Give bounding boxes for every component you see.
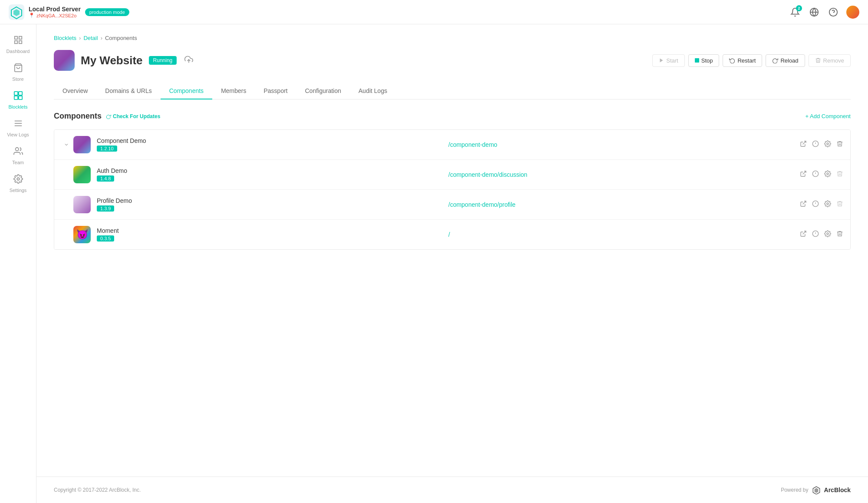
delete-icon[interactable] [836,230,843,239]
component-icon [73,136,91,153]
version-badge: 1.4.8 [97,175,114,182]
sidebar: Dashboard Store Blocklets View Logs Team… [0,24,36,503]
component-path[interactable]: /component-demo/discussion [448,171,800,178]
sidebar-viewlogs-label: View Logs [7,132,29,137]
tab-configuration[interactable]: Configuration [296,83,350,99]
breadcrumb-sep-1: › [79,35,81,41]
component-path[interactable]: /component-demo [448,141,800,148]
svg-line-29 [803,171,806,174]
header-right: 2 [789,6,859,19]
store-icon [13,63,23,75]
version-badge: 0.3.5 [97,235,114,242]
svg-rect-11 [19,40,21,43]
external-link-icon[interactable] [800,230,807,239]
info-icon[interactable] [812,140,819,149]
info-icon[interactable] [812,170,819,179]
blocklets-icon [13,91,23,103]
sidebar-store-label: Store [12,76,23,82]
component-list: Component Demo 1.2.10 /component-demo [54,129,851,250]
component-path[interactable]: / [448,231,800,238]
sidebar-item-team[interactable]: Team [3,142,33,169]
header-title: Local Prod Server 📍 zNKqGA...X2SE2o [29,6,81,18]
sidebar-item-viewlogs[interactable]: View Logs [3,115,33,141]
component-actions [800,200,843,209]
add-component-button[interactable]: + Add Component [806,113,851,119]
info-icon[interactable] [812,200,819,209]
table-row: 😈 Moment 0.3.5 / [54,220,850,249]
footer-right: Powered by ArcBlock [781,486,851,494]
svg-point-21 [17,178,20,180]
component-icon: 😈 [73,226,91,243]
tab-overview[interactable]: Overview [54,83,96,99]
external-link-icon[interactable] [800,200,807,209]
svg-rect-13 [14,91,17,95]
svg-rect-9 [19,36,21,39]
notifications-icon[interactable]: 2 [789,6,801,18]
settings-icon [13,174,23,186]
svg-rect-16 [18,96,22,99]
tab-audit-logs[interactable]: Audit Logs [350,83,396,99]
component-name: Component Demo [97,137,448,144]
section-title: Components Check For Updates [54,112,160,121]
globe-icon[interactable] [808,6,820,18]
sidebar-item-dashboard[interactable]: Dashboard [3,31,33,57]
settings-gear-icon[interactable] [824,230,831,239]
start-button[interactable]: Start [652,54,684,67]
delete-icon[interactable] [836,140,843,149]
svg-rect-15 [14,96,17,99]
component-name: Profile Demo [97,197,448,204]
external-link-icon[interactable] [800,170,807,179]
svg-point-33 [827,173,829,175]
team-icon [13,146,23,158]
component-name: Moment [97,227,448,234]
page-actions: Start Stop Restart Reload Remove [652,54,851,67]
stop-button[interactable]: Stop [688,54,720,67]
production-badge: production mode [85,8,129,16]
expand-icon[interactable] [61,142,72,147]
check-updates-link[interactable]: Check For Updates [106,113,160,119]
tab-components[interactable]: Components [161,83,212,99]
settings-gear-icon[interactable] [824,140,831,149]
component-info: Component Demo 1.2.10 [97,137,448,152]
upload-icon[interactable] [184,55,193,66]
restart-button[interactable]: Restart [723,54,762,67]
breadcrumb-blocklets[interactable]: Blocklets [54,35,76,41]
sidebar-item-settings[interactable]: Settings [3,170,33,196]
breadcrumb-detail[interactable]: Detail [83,35,98,41]
settings-gear-icon[interactable] [824,170,831,179]
header-left: Local Prod Server 📍 zNKqGA...X2SE2o prod… [9,4,129,20]
component-info: Profile Demo 1.3.9 [97,197,448,212]
remove-button[interactable]: Remove [809,54,851,67]
sidebar-item-blocklets[interactable]: Blocklets [3,87,33,113]
reload-button[interactable]: Reload [766,54,805,67]
external-link-icon[interactable] [800,140,807,149]
running-status-badge: Running [149,56,177,65]
sidebar-settings-label: Settings [10,188,27,193]
header: Local Prod Server 📍 zNKqGA...X2SE2o prod… [0,0,868,24]
footer-copyright: Copyright © 2017-2022 ArcBlock, Inc. [54,487,141,493]
svg-line-24 [803,141,806,144]
server-id: 📍 zNKqGA...X2SE2o [29,13,81,18]
sidebar-item-store[interactable]: Store [3,59,33,85]
breadcrumb-current: Components [105,35,137,41]
table-row: Component Demo 1.2.10 /component-demo [54,130,850,160]
settings-gear-icon[interactable] [824,200,831,209]
delete-icon-disabled [836,200,843,209]
user-avatar[interactable] [846,6,859,19]
components-section-header: Components Check For Updates + Add Compo… [54,112,851,121]
info-icon[interactable] [812,230,819,239]
stop-icon [695,58,699,63]
sidebar-team-label: Team [12,160,24,165]
component-icon [73,196,91,213]
arcblock-logo-icon [9,4,24,20]
tab-members[interactable]: Members [212,83,255,99]
svg-rect-10 [14,40,17,43]
tab-domains[interactable]: Domains & URLs [96,83,160,99]
svg-rect-8 [14,36,17,39]
tabs: Overview Domains & URLs Components Membe… [54,83,851,99]
help-icon[interactable] [827,6,839,18]
component-path[interactable]: /component-demo/profile [448,201,800,208]
tab-passport[interactable]: Passport [255,83,296,99]
delete-icon-disabled [836,170,843,179]
svg-line-39 [803,231,806,234]
